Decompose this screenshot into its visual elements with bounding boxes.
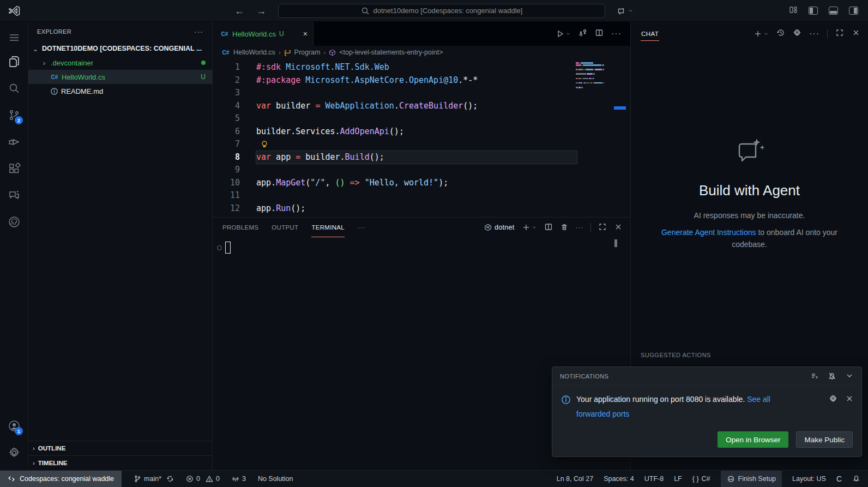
copilot-menu-button[interactable] xyxy=(617,7,634,15)
cursor-position-status[interactable]: Ln 8, Col 27 xyxy=(557,475,593,483)
radio-tower-icon xyxy=(232,475,239,483)
code-line[interactable]: 5 xyxy=(213,112,630,125)
indentation-status[interactable]: Spaces: 4 xyxy=(604,475,634,483)
toggle-panel-icon[interactable] xyxy=(829,7,838,15)
tree-item-readme[interactable]: README.md xyxy=(28,84,212,98)
clear-all-notifications-icon[interactable] xyxy=(810,371,819,381)
tree-item-helloworld[interactable]: C# HelloWorld.cs U xyxy=(28,70,212,84)
code-line[interactable]: 3 xyxy=(213,87,630,100)
close-notification-icon[interactable] xyxy=(845,394,854,421)
close-panel-icon[interactable] xyxy=(614,223,623,232)
menu-button[interactable] xyxy=(0,27,28,48)
code-line[interactable]: 1#:sdk Microsoft.NET.Sdk.Web xyxy=(213,61,630,74)
problems-status[interactable]: 0 0 xyxy=(186,475,220,483)
sidebar-item-source-control[interactable]: 2 xyxy=(0,101,28,128)
sidebar-item-search[interactable] xyxy=(0,75,28,101)
open-in-browser-button[interactable]: Open in Browser xyxy=(718,431,789,448)
gutter-gap xyxy=(240,87,256,100)
code-line[interactable]: 9 xyxy=(213,164,630,177)
language-status[interactable]: { } C# xyxy=(692,475,710,483)
open-changes-icon[interactable] xyxy=(578,28,587,39)
terminal-scrollbar[interactable] xyxy=(614,239,617,247)
settings-button[interactable] xyxy=(0,439,28,466)
maximize-chat-icon[interactable] xyxy=(835,28,844,39)
explorer-more-actions[interactable]: ··· xyxy=(194,27,203,36)
code-editor[interactable]: 1#:sdk Microsoft.NET.Sdk.Web2#:package M… xyxy=(213,59,630,217)
eol-status[interactable]: LF xyxy=(674,475,682,483)
tree-item-devcontainer[interactable]: › .devcontainer xyxy=(28,56,212,70)
customize-layout-icon[interactable] xyxy=(789,5,798,16)
branch-status[interactable]: main* xyxy=(134,475,174,483)
collapse-notifications-icon[interactable] xyxy=(845,371,854,381)
tree-root-folder[interactable]: ⌄ DOTNET10DEMO [CODESPACES: CONGENIAL ..… xyxy=(28,41,212,56)
keyboard-layout-status[interactable]: Layout: US xyxy=(792,475,826,483)
notifications-toast: NOTIFICATIONS Your application running o… xyxy=(552,366,862,457)
sidebar-item-extensions[interactable] xyxy=(0,155,28,182)
forward-arrow-icon[interactable]: → xyxy=(256,6,266,16)
remote-indicator[interactable]: Codespaces: congenial waddle xyxy=(0,471,122,487)
github-icon xyxy=(8,215,21,229)
code-line[interactable]: 2#:package Microsoft.AspNetCore.OpenApi@… xyxy=(213,74,630,87)
kill-terminal-icon[interactable] xyxy=(560,223,569,232)
toggle-secondary-sidebar-icon[interactable] xyxy=(849,7,858,15)
code-line[interactable]: 4var builder = WebApplication.CreateBuil… xyxy=(213,100,630,113)
notification-settings-icon[interactable] xyxy=(829,394,837,421)
sidebar-item-github[interactable] xyxy=(0,208,28,235)
generate-instructions-link[interactable]: Generate Agent Instructions xyxy=(661,228,756,237)
code-line[interactable]: 11 xyxy=(213,189,630,202)
sidebar-item-explorer[interactable] xyxy=(0,48,28,75)
code-line[interactable]: 12app.Run(); xyxy=(213,202,630,215)
chat-settings-icon[interactable] xyxy=(793,28,801,39)
more-actions-icon[interactable]: ··· xyxy=(611,29,622,39)
run-button[interactable] xyxy=(556,29,571,38)
minimap[interactable] xyxy=(576,62,604,89)
terminal-instance-label[interactable]: dotnet xyxy=(484,224,515,231)
c-status-item[interactable]: C xyxy=(836,474,842,483)
panel-more-actions[interactable]: ··· xyxy=(576,224,584,231)
breadcrumb-entry-point[interactable]: <top-level-statements-entry-point> xyxy=(339,49,443,56)
outline-section[interactable]: › OUTLINE xyxy=(28,441,212,455)
breadcrumb-symbol[interactable]: Program xyxy=(294,49,321,56)
line-number: 10 xyxy=(213,177,240,190)
panel-more-tabs[interactable]: ··· xyxy=(358,218,366,237)
chevron-down-icon xyxy=(763,31,769,37)
notifications-bell[interactable] xyxy=(852,474,860,484)
command-center-search[interactable]: dotnet10demo [Codespaces: congenial wadd… xyxy=(278,4,605,18)
solution-status[interactable]: No Solution xyxy=(258,475,293,483)
new-terminal-button[interactable] xyxy=(522,223,537,232)
back-arrow-icon[interactable]: ← xyxy=(234,6,244,16)
ports-status[interactable]: 3 xyxy=(232,475,246,483)
code-line[interactable]: 10app.MapGet("/", () => "Hello, world!")… xyxy=(213,177,630,190)
code-line[interactable]: 8var app = builder.Build(); xyxy=(213,151,630,164)
sidebar-item-chat[interactable] xyxy=(0,182,28,208)
files-icon xyxy=(8,55,21,68)
chevron-down-icon xyxy=(532,225,537,230)
split-terminal-icon[interactable] xyxy=(544,223,553,232)
split-editor-icon[interactable] xyxy=(595,28,604,39)
tab-problems[interactable]: PROBLEMS xyxy=(222,218,258,237)
line-number: 11 xyxy=(213,189,240,202)
lightbulb-icon[interactable] xyxy=(261,140,268,149)
timeline-section[interactable]: › TIMELINE xyxy=(28,455,212,470)
tab-terminal[interactable]: TERMINAL xyxy=(311,218,345,237)
toggle-primary-sidebar-icon[interactable] xyxy=(809,7,818,15)
chat-more-actions[interactable]: ··· xyxy=(809,29,819,39)
chat-tab[interactable]: CHAT xyxy=(641,27,659,41)
mute-notifications-icon[interactable] xyxy=(828,371,836,381)
encoding-status[interactable]: UTF-8 xyxy=(644,475,664,483)
new-chat-button[interactable] xyxy=(754,29,769,38)
sidebar-item-run-debug[interactable] xyxy=(0,128,28,155)
breadcrumb-file[interactable]: HelloWorld.cs xyxy=(233,49,275,56)
make-public-button[interactable]: Make Public xyxy=(796,431,853,448)
chat-history-icon[interactable] xyxy=(776,28,785,39)
minimap-line xyxy=(576,73,604,75)
code-line[interactable]: 6builder.Services.AddOpenApi(); xyxy=(213,125,630,139)
close-tab-icon[interactable]: × xyxy=(303,29,308,38)
tab-helloworld[interactable]: C# HelloWorld.cs U × xyxy=(213,22,314,46)
accounts-button[interactable]: 1 xyxy=(0,412,28,439)
maximize-panel-icon[interactable] xyxy=(598,223,607,232)
close-chat-icon[interactable] xyxy=(852,28,860,39)
tab-output[interactable]: OUTPUT xyxy=(272,218,298,237)
code-line[interactable]: 7 xyxy=(213,138,630,151)
copilot-finish-setup[interactable]: Finish Setup xyxy=(721,471,782,487)
